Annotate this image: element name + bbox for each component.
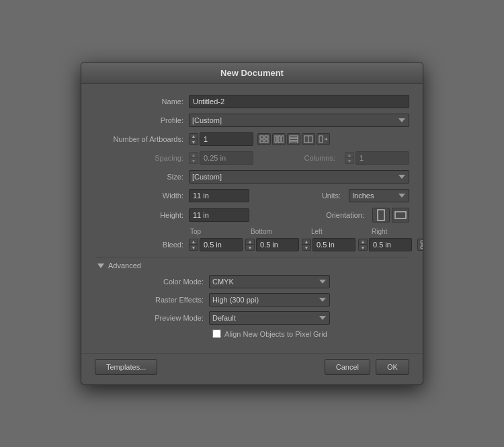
bleed-header-row: Top Bottom Left Right: [95, 228, 409, 235]
height-input[interactable]: [189, 208, 249, 222]
bleed-bottom-field: ▲ ▼: [245, 238, 299, 251]
spacing-input[interactable]: [200, 151, 253, 165]
bleed-bottom-increment[interactable]: ▲: [245, 239, 255, 245]
profile-row: Profile: [Custom] Print Web Mobile: [95, 114, 409, 127]
bleed-left-input[interactable]: [312, 238, 355, 251]
cancel-button[interactable]: Cancel: [325, 359, 370, 375]
svg-rect-1: [265, 136, 268, 138]
bleed-chain-button[interactable]: [417, 239, 423, 251]
bleed-left-decrement[interactable]: ▼: [302, 245, 311, 251]
advanced-triangle-icon: [97, 263, 104, 268]
svg-rect-6: [282, 136, 284, 143]
dialog-titlebar: New Document: [81, 63, 423, 84]
width-row: Width: Units: Inches Pixels Points Milli…: [95, 189, 409, 202]
columns-spinner: ▲ ▼: [345, 151, 409, 165]
dialog-title: New Document: [220, 68, 284, 78]
svg-rect-7: [290, 136, 298, 138]
artboards-label: Number of Artboards:: [95, 135, 189, 143]
bleed-section: Top Bottom Left Right Bleed: ▲ ▼: [95, 228, 409, 251]
bleed-column-labels: Top Bottom Left Right: [189, 228, 423, 235]
bleed-left-increment[interactable]: ▲: [302, 239, 311, 245]
advanced-section: Advanced Color Mode: CMYK RGB Grayscale …: [95, 261, 409, 338]
bleed-right-input[interactable]: [369, 238, 412, 251]
bleed-bottom-input[interactable]: [256, 238, 299, 251]
bleed-left-label: Left: [310, 228, 370, 235]
name-label: Name:: [95, 97, 189, 106]
color-mode-row: Color Mode: CMYK RGB Grayscale: [95, 275, 409, 288]
color-mode-label: Color Mode:: [95, 278, 209, 286]
align-pixel-checkbox[interactable]: [212, 329, 221, 338]
svg-rect-12: [319, 136, 323, 143]
bleed-top-field: ▲ ▼: [189, 238, 243, 251]
size-label: Size:: [95, 173, 189, 181]
advanced-toggle[interactable]: Advanced: [95, 261, 409, 270]
raster-effects-row: Raster Effects: Screen (72 ppi) Medium (…: [95, 293, 409, 307]
artboards-spinner-btns: ▲ ▼: [189, 133, 198, 145]
bleed-bottom-decrement[interactable]: ▼: [245, 245, 255, 251]
profile-select[interactable]: [Custom] Print Web Mobile: [189, 114, 409, 127]
units-select[interactable]: Inches Pixels Points Millimeters: [349, 189, 409, 202]
columns-decrement[interactable]: ▼: [345, 158, 354, 164]
bleed-top-increment[interactable]: ▲: [189, 239, 198, 245]
svg-point-18: [421, 241, 423, 243]
raster-effects-select[interactable]: Screen (72 ppi) Medium (150 ppi) High (3…: [209, 293, 330, 307]
spacing-label: Spacing:: [95, 154, 189, 162]
grid-layout-3[interactable]: [287, 133, 300, 145]
columns-label: Columns:: [291, 154, 341, 162]
svg-rect-3: [265, 140, 268, 143]
artboard-layout-btns: [257, 133, 330, 145]
preview-mode-label: Preview Mode:: [95, 314, 209, 322]
grid-layout-1[interactable]: [257, 133, 271, 145]
height-label: Height:: [95, 211, 189, 219]
artboards-row: Number of Artboards: ▲ ▼: [95, 132, 409, 146]
divider: [95, 257, 409, 257]
grid-layout-2[interactable]: [272, 133, 286, 145]
landscape-btn[interactable]: [392, 208, 409, 222]
spacing-decrement[interactable]: ▼: [189, 158, 198, 164]
columns-input[interactable]: [355, 151, 409, 165]
grid-layout-4[interactable]: [302, 133, 315, 145]
spacing-spinner: ▲ ▼: [189, 151, 253, 165]
dialog-footer: Templates... Cancel OK: [81, 353, 423, 384]
height-row: Height: Orientation:: [95, 208, 409, 222]
bleed-top-input[interactable]: [200, 238, 243, 251]
preview-mode-select[interactable]: Default Pixel Overprint: [209, 311, 330, 325]
bleed-top-decrement[interactable]: ▼: [189, 245, 198, 251]
units-label: Units:: [295, 192, 346, 200]
columns-spinner-btns: ▲ ▼: [345, 152, 354, 164]
svg-rect-9: [290, 141, 298, 143]
profile-label: Profile:: [95, 116, 189, 124]
arrange-right[interactable]: [317, 133, 330, 145]
spacing-row: Spacing: ▲ ▼ Columns: ▲ ▼: [95, 151, 409, 165]
bleed-right-field: ▲ ▼: [358, 238, 412, 251]
columns-increment[interactable]: ▲: [345, 152, 354, 158]
artboards-decrement[interactable]: ▼: [189, 139, 198, 145]
bleed-inputs-row: Bleed: ▲ ▼ ▲ ▼ ▲: [95, 238, 409, 251]
name-row: Name:: [95, 95, 409, 108]
size-select[interactable]: [Custom] Letter Legal A4: [189, 170, 409, 184]
bleed-right-decrement[interactable]: ▼: [358, 245, 368, 251]
orientation-buttons: [372, 208, 409, 222]
width-label: Width:: [95, 192, 189, 200]
color-mode-select[interactable]: CMYK RGB Grayscale: [209, 275, 330, 288]
templates-button[interactable]: Templates...: [95, 359, 157, 375]
dialog-body: Name: Profile: [Custom] Print Web Mobile…: [81, 84, 423, 350]
bleed-top-label: Top: [189, 228, 249, 235]
bleed-right-label: Right: [370, 228, 423, 235]
artboards-spinner: ▲ ▼: [189, 132, 253, 146]
preview-mode-row: Preview Mode: Default Pixel Overprint: [95, 311, 409, 325]
bleed-right-increment[interactable]: ▲: [358, 239, 368, 245]
orientation-label: Orientation:: [312, 211, 370, 219]
portrait-btn[interactable]: [372, 208, 390, 222]
align-checkbox-row: Align New Objects to Pixel Grid: [95, 329, 409, 338]
svg-rect-16: [378, 210, 384, 220]
artboards-input[interactable]: [200, 132, 253, 146]
width-input[interactable]: [189, 189, 249, 202]
spacing-increment[interactable]: ▲: [189, 152, 198, 158]
align-pixel-label: Align New Objects to Pixel Grid: [224, 330, 327, 338]
name-input[interactable]: [189, 95, 409, 108]
ok-button[interactable]: OK: [376, 359, 409, 375]
artboards-increment[interactable]: ▲: [189, 133, 198, 139]
raster-effects-label: Raster Effects:: [95, 296, 209, 304]
size-row: Size: [Custom] Letter Legal A4: [95, 170, 409, 184]
